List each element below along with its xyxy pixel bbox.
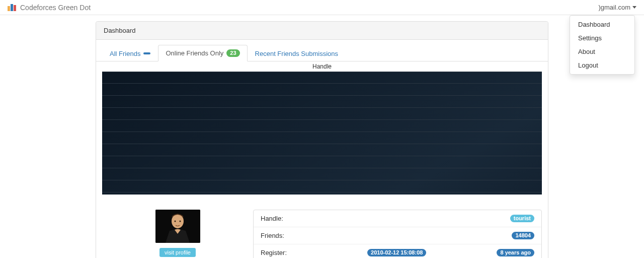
- handle-badge: tourist: [510, 215, 534, 222]
- tabs: All Friends Online Friends Only 23 Recen…: [96, 40, 548, 61]
- table-row[interactable]: [102, 180, 542, 192]
- dropdown-item-about[interactable]: About: [570, 45, 634, 58]
- table-row[interactable]: [102, 156, 542, 168]
- table-row[interactable]: [102, 96, 542, 108]
- info-label: Register:: [261, 249, 287, 256]
- table-row[interactable]: [102, 108, 542, 120]
- user-dropdown: Dashboard Settings About Logout: [570, 15, 635, 75]
- table-row[interactable]: [102, 72, 542, 84]
- table-row[interactable]: [102, 84, 542, 96]
- info-row-register: Register: 2010-02-12 15:08:08 8 years ag…: [254, 244, 541, 258]
- info-label: Friends:: [261, 232, 284, 239]
- register-date-badge: 2010-02-12 15:08:08: [367, 249, 426, 256]
- avatar: [155, 210, 200, 243]
- info-label: Handle:: [261, 215, 283, 222]
- navbar: Codeforces Green Dot )gmail.com: [0, 0, 644, 15]
- register-ago-badge: 8 years ago: [497, 249, 534, 256]
- tab-all-friends[interactable]: All Friends: [102, 45, 158, 61]
- logo-icon: [8, 4, 16, 11]
- visit-profile-button[interactable]: visit profile: [159, 248, 196, 257]
- profile-info-list: Handle: tourist Friends: 14804 Register:: [253, 210, 542, 258]
- tab-label: Recent Friends Submissions: [255, 50, 338, 57]
- user-email: )gmail.com: [598, 4, 630, 11]
- brand-title[interactable]: Codeforces Green Dot: [20, 4, 91, 12]
- svg-point-2: [174, 221, 176, 222]
- badge-all-friends: [143, 52, 150, 54]
- svg-point-3: [179, 221, 181, 222]
- table-row[interactable]: [102, 168, 542, 180]
- profile-section: visit profile Handle: tourist Friends: 1…: [96, 203, 548, 258]
- table-row[interactable]: [102, 132, 542, 144]
- tab-recent-submissions[interactable]: Recent Friends Submissions: [248, 45, 346, 61]
- tab-online-friends[interactable]: Online Friends Only 23: [158, 45, 247, 61]
- friends-table: [102, 72, 542, 195]
- table-header: Handle: [96, 61, 548, 72]
- nav-brand-area: Codeforces Green Dot: [8, 4, 91, 12]
- user-menu-toggle[interactable]: )gmail.com: [598, 4, 636, 11]
- dropdown-item-dashboard[interactable]: Dashboard: [570, 18, 634, 31]
- page-title: Dashboard: [96, 22, 548, 40]
- caret-down-icon: [632, 6, 636, 9]
- table-row[interactable]: [102, 144, 542, 156]
- main-panel: Dashboard All Friends Online Friends Onl…: [96, 21, 548, 258]
- info-row-friends: Friends: 14804: [254, 227, 541, 244]
- dropdown-item-logout[interactable]: Logout: [570, 58, 634, 72]
- tab-label: Online Friends Only: [166, 49, 223, 57]
- info-row-handle: Handle: tourist: [254, 210, 541, 227]
- table-row[interactable]: [102, 120, 542, 132]
- dropdown-item-settings[interactable]: Settings: [570, 31, 634, 45]
- table-row[interactable]: [102, 192, 542, 195]
- badge-online-friends: 23: [226, 49, 239, 57]
- friends-count-badge: 14804: [512, 232, 534, 239]
- friends-table-scroll[interactable]: [102, 72, 542, 195]
- tab-label: All Friends: [110, 50, 140, 57]
